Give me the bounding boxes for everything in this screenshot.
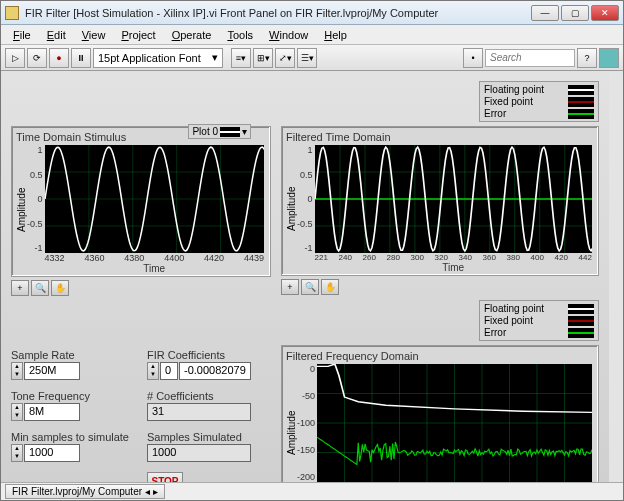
zoom-tool-icon[interactable]: 🔍 — [301, 279, 319, 295]
scrollbar-thumb[interactable] — [610, 81, 622, 221]
graph-time-xticks: 221240260280300320340360380400420442 — [315, 253, 592, 262]
graph-freq-title: Filtered Frequency Domain — [286, 350, 592, 362]
abort-button[interactable]: ● — [49, 48, 69, 68]
search-input[interactable] — [485, 49, 575, 67]
maximize-button[interactable]: ▢ — [561, 5, 589, 21]
run-button[interactable]: ▷ — [5, 48, 25, 68]
samples-sim-indicator: 1000 — [147, 444, 251, 462]
vi-icon[interactable] — [599, 48, 619, 68]
graph-freq-ylabel: Amplitude — [286, 364, 297, 482]
pause-button[interactable]: II — [71, 48, 91, 68]
cursor-tool-icon[interactable]: + — [11, 280, 29, 296]
menu-help[interactable]: Help — [316, 27, 355, 43]
fir-coef-input[interactable]: -0.00082079 — [179, 362, 251, 380]
help-button[interactable]: ? — [577, 48, 597, 68]
samples-sim-label: Samples Simulated — [147, 431, 251, 443]
tone-freq-input[interactable]: 8M — [24, 403, 80, 421]
menu-edit[interactable]: Edit — [39, 27, 74, 43]
close-button[interactable]: ✕ — [591, 5, 619, 21]
graph-time-yticks: 10.50-0.5-1 — [297, 145, 315, 253]
zoom-tool-icon[interactable]: 🔍 — [31, 280, 49, 296]
graph-time-tools: + 🔍 ✋ — [281, 279, 599, 295]
legend-time-domain: Floating point Fixed point Error — [479, 81, 599, 122]
statusbar: FIR Filter.lvproj/My Computer ◂ ▸ — [1, 482, 623, 500]
graph-stimulus-tools: + 🔍 ✋ — [11, 280, 271, 296]
search-toggle-icon[interactable]: • — [463, 48, 483, 68]
sample-rate-spinner[interactable]: ▲▼ — [11, 362, 23, 380]
legend-fixed-swatch — [568, 97, 594, 107]
toolbar: ▷ ⟳ ● II 15pt Application Font▾ ≡▾ ⊞▾ ⤢▾… — [1, 45, 623, 71]
menu-view[interactable]: View — [74, 27, 114, 43]
menubar: File Edit View Project Operate Tools Win… — [1, 25, 623, 45]
pan-tool-icon[interactable]: ✋ — [321, 279, 339, 295]
font-selector[interactable]: 15pt Application Font▾ — [93, 48, 223, 68]
sample-rate-label: Sample Rate — [11, 349, 129, 361]
graph-freq-domain: Filtered Frequency Domain Amplitude 0-50… — [281, 345, 599, 482]
min-samples-spinner[interactable]: ▲▼ — [11, 444, 23, 462]
cursor-tool-icon[interactable]: + — [281, 279, 299, 295]
pan-tool-icon[interactable]: ✋ — [51, 280, 69, 296]
graph-time-xlabel: Time — [315, 262, 592, 273]
front-panel: Floating point Fixed point Error Plot 0▾… — [1, 71, 623, 482]
legend-fixed-label: Fixed point — [484, 96, 533, 107]
fir-index-input[interactable]: 0 — [160, 362, 178, 380]
graph-time-domain: Filtered Time Domain Amplitude 10.50-0.5… — [281, 126, 599, 276]
fir-coef-label: FIR Coefficients — [147, 349, 251, 361]
stop-button[interactable]: STOP — [147, 472, 183, 482]
num-coef-indicator: 31 — [147, 403, 251, 421]
plot-legend-stimulus[interactable]: Plot 0▾ — [188, 124, 251, 139]
sample-rate-input[interactable]: 250M — [24, 362, 80, 380]
minimize-button[interactable]: — — [531, 5, 559, 21]
reorder-button[interactable]: ☰▾ — [297, 48, 317, 68]
graph-stimulus-yticks: 10.50-0.5-1 — [27, 145, 45, 253]
menu-tools[interactable]: Tools — [219, 27, 261, 43]
graph-stimulus-plot[interactable] — [45, 145, 264, 253]
graph-freq-plot[interactable] — [317, 364, 592, 482]
graph-time-title: Filtered Time Domain — [286, 131, 592, 143]
legend-error-swatch — [568, 109, 594, 119]
menu-file[interactable]: File — [5, 27, 39, 43]
graph-freq-yticks: 0-50-100-150-200 — [297, 364, 317, 482]
menu-project[interactable]: Project — [113, 27, 163, 43]
graph-time-ylabel: Amplitude — [286, 145, 297, 273]
tone-freq-spinner[interactable]: ▲▼ — [11, 403, 23, 421]
legend-freq-domain: Floating point Fixed point Error — [479, 300, 599, 341]
legend-floating-swatch — [568, 85, 594, 95]
align-button[interactable]: ≡▾ — [231, 48, 251, 68]
graph-stimulus-ylabel: Amplitude — [16, 145, 27, 274]
graph-stimulus-xticks: 433243604380440044204439 — [45, 253, 264, 263]
min-samples-input[interactable]: 1000 — [24, 444, 80, 462]
legend-floating-label: Floating point — [484, 84, 544, 95]
min-samples-label: Min samples to simulate — [11, 431, 129, 443]
distribute-button[interactable]: ⊞▾ — [253, 48, 273, 68]
app-icon — [5, 6, 19, 20]
tone-freq-label: Tone Frequency — [11, 390, 129, 402]
legend-error-label: Error — [484, 108, 506, 119]
graph-stimulus: Time Domain Stimulus Amplitude 10.50-0.5… — [11, 126, 271, 277]
status-project-tab[interactable]: FIR Filter.lvproj/My Computer ◂ ▸ — [5, 484, 165, 499]
graph-stimulus-xlabel: Time — [45, 263, 264, 274]
graph-time-plot[interactable] — [315, 145, 592, 253]
titlebar: FIR Filter [Host Simulation - Xilinx IP]… — [1, 1, 623, 25]
menu-operate[interactable]: Operate — [164, 27, 220, 43]
num-coef-label: # Coefficients — [147, 390, 251, 402]
menu-window[interactable]: Window — [261, 27, 316, 43]
resize-button[interactable]: ⤢▾ — [275, 48, 295, 68]
run-continuous-button[interactable]: ⟳ — [27, 48, 47, 68]
window-title: FIR Filter [Host Simulation - Xilinx IP]… — [25, 7, 531, 19]
fir-index-spinner[interactable]: ▲▼ — [147, 362, 159, 380]
